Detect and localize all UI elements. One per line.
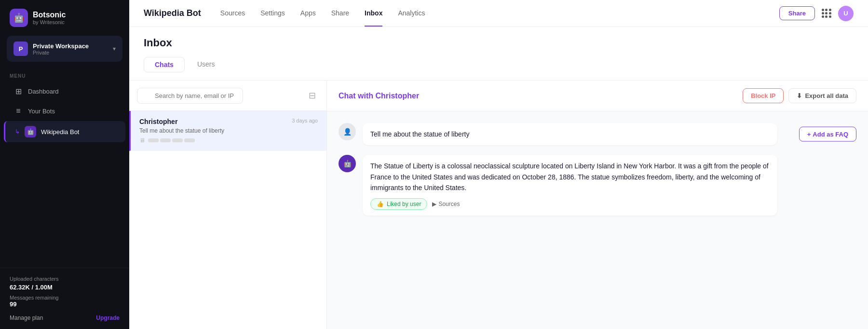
upgrade-button[interactable]: Upgrade bbox=[96, 315, 120, 321]
share-button[interactable]: Share bbox=[779, 6, 815, 20]
user-message-bubble: Tell me about the statue of liberty bbox=[363, 123, 777, 145]
your-bots-label: Your Bots bbox=[28, 108, 55, 115]
chevron-down-icon: ▾ bbox=[113, 45, 116, 52]
user-message-container: Tell me about the statue of liberty + Ad… bbox=[363, 123, 856, 145]
avatar[interactable]: U bbox=[838, 6, 854, 21]
brand-sub: by Writesonic bbox=[33, 19, 66, 25]
sidebar-bottom: Uploaded characters 62.32K / 1.00M Messa… bbox=[0, 268, 129, 329]
logo-text: Botsonic by Writesonic bbox=[33, 11, 66, 25]
chat-meta: 🖥 bbox=[139, 137, 318, 144]
user-message-row: 👤 Tell me about the statue of liberty + … bbox=[339, 123, 856, 145]
nav-link-analytics[interactable]: Analytics bbox=[398, 0, 425, 27]
arrow-icon: ↳ bbox=[15, 128, 20, 135]
workspace-avatar: P bbox=[14, 41, 28, 56]
chat-item-header: Christopher 3 days ago bbox=[139, 118, 318, 125]
chat-with-title: Chat with Christopher bbox=[339, 92, 419, 100]
search-bar: 🔍 ⊟ bbox=[129, 81, 326, 111]
tab-bar: Chats Users bbox=[144, 57, 854, 72]
nav-link-sources[interactable]: Sources bbox=[220, 0, 245, 27]
sources-label: Sources bbox=[438, 201, 460, 207]
messages-area: 👤 Tell me about the statue of liberty + … bbox=[327, 111, 868, 329]
botsonic-logo-icon: 🤖 bbox=[10, 9, 28, 27]
msgs-label: Messages remaining bbox=[10, 295, 120, 301]
chat-actions: Block IP ⬇ Export all data bbox=[743, 88, 856, 103]
page-title: Wikipedia Bot bbox=[144, 8, 201, 18]
sidebar-item-your-bots[interactable]: ≡ Your Bots bbox=[4, 102, 125, 120]
top-nav-right: Share U bbox=[779, 6, 854, 21]
inbox-content: 🔍 ⊟ Christopher 3 days ago Tell me about… bbox=[129, 81, 868, 329]
inbox-area: Inbox Chats Users 🔍 ⊟ Christop bbox=[129, 27, 868, 329]
chat-detail-header: Chat with Christopher Block IP ⬇ Export … bbox=[327, 81, 868, 111]
chat-name: Christopher bbox=[139, 118, 177, 125]
wikipedia-bot-label: Wikipedia Bot bbox=[41, 128, 79, 136]
workspace-selector[interactable]: P Private Workspace Private ▾ bbox=[7, 36, 122, 62]
brand-name: Botsonic bbox=[33, 11, 66, 19]
chat-list: 🔍 ⊟ Christopher 3 days ago Tell me about… bbox=[129, 81, 327, 329]
add-faq-label: Add as FAQ bbox=[813, 131, 848, 138]
nav-link-inbox[interactable]: Inbox bbox=[365, 0, 382, 27]
sidebar-item-wikipedia-bot[interactable]: ↳ 🤖 Wikipedia Bot bbox=[4, 121, 125, 142]
nav-link-share[interactable]: Share bbox=[331, 0, 349, 27]
sources-toggle[interactable]: ▶ Sources bbox=[432, 201, 460, 207]
export-button[interactable]: ⬇ Export all data bbox=[788, 88, 856, 103]
sidebar-actions: Manage plan Upgrade bbox=[10, 315, 120, 321]
user-avatar-msg: 👤 bbox=[339, 123, 356, 140]
chars-value: 62.32K / 1.00M bbox=[10, 284, 120, 291]
menu-label: MENU bbox=[0, 67, 129, 82]
export-label: Export all data bbox=[805, 92, 848, 99]
liked-label: Liked by user bbox=[387, 201, 421, 207]
workspace-name: Private Workspace bbox=[33, 42, 108, 50]
filter-icon[interactable]: ⊟ bbox=[306, 87, 319, 104]
chat-time: 3 days ago bbox=[292, 118, 318, 125]
workspace-info: Private Workspace Private bbox=[33, 42, 108, 55]
message-footer: 👍 Liked by user ▶ Sources bbox=[370, 198, 770, 210]
workspace-type: Private bbox=[33, 50, 108, 55]
add-faq-button[interactable]: + Add as FAQ bbox=[799, 127, 856, 142]
chat-with-prefix: Chat with bbox=[339, 92, 375, 100]
top-nav: Wikipedia Bot Sources Settings Apps Shar… bbox=[129, 0, 868, 27]
bot-message-row: 🤖 The Statue of Liberty is a colossal ne… bbox=[339, 155, 856, 215]
dashboard-label: Dashboard bbox=[28, 88, 59, 95]
tab-chats[interactable]: Chats bbox=[144, 57, 185, 72]
search-input[interactable] bbox=[137, 88, 243, 104]
plus-icon: + bbox=[807, 131, 811, 138]
msgs-value: 99 bbox=[10, 301, 120, 308]
thumbs-up-icon: 👍 bbox=[377, 201, 384, 207]
chat-item[interactable]: Christopher 3 days ago Tell me about the… bbox=[129, 111, 326, 151]
grid-icon[interactable] bbox=[822, 9, 831, 18]
tab-users[interactable]: Users bbox=[187, 57, 226, 72]
sidebar-item-dashboard[interactable]: ⊞ Dashboard bbox=[4, 82, 125, 101]
search-wrapper: 🔍 bbox=[137, 88, 302, 104]
nav-link-settings[interactable]: Settings bbox=[260, 0, 285, 27]
dashboard-icon: ⊞ bbox=[14, 87, 23, 96]
main-content: Wikipedia Bot Sources Settings Apps Shar… bbox=[129, 0, 868, 329]
chars-label: Uploaded characters bbox=[10, 276, 120, 282]
block-ip-button[interactable]: Block IP bbox=[743, 88, 784, 103]
inbox-header: Inbox Chats Users bbox=[129, 27, 868, 81]
chat-preview: Tell me about the statue of liberty bbox=[139, 127, 318, 134]
sidebar: 🤖 Botsonic by Writesonic P Private Works… bbox=[0, 0, 129, 329]
sidebar-logo: 🤖 Botsonic by Writesonic bbox=[0, 0, 129, 36]
contact-name: Christopher bbox=[375, 92, 419, 100]
ip-placeholder bbox=[148, 138, 195, 142]
user-message-text: Tell me about the statue of liberty bbox=[370, 129, 770, 139]
inbox-title: Inbox bbox=[144, 37, 854, 49]
triangle-icon: ▶ bbox=[432, 201, 436, 207]
nav-links: Sources Settings Apps Share Inbox Analyt… bbox=[220, 0, 779, 27]
bot-message-bubble: The Statue of Liberty is a colossal neoc… bbox=[363, 155, 777, 215]
bots-icon: ≡ bbox=[14, 107, 23, 115]
bot-icon: 🤖 bbox=[25, 126, 36, 137]
liked-badge: 👍 Liked by user bbox=[370, 198, 427, 210]
download-icon: ⬇ bbox=[797, 92, 802, 99]
bot-message-text: The Statue of Liberty is a colossal neoc… bbox=[370, 161, 770, 193]
chat-detail: Chat with Christopher Block IP ⬇ Export … bbox=[327, 81, 868, 329]
nav-link-apps[interactable]: Apps bbox=[300, 0, 316, 27]
manage-plan-link[interactable]: Manage plan bbox=[10, 315, 43, 321]
device-icon: 🖥 bbox=[139, 137, 145, 144]
bot-avatar-msg: 🤖 bbox=[339, 155, 356, 172]
